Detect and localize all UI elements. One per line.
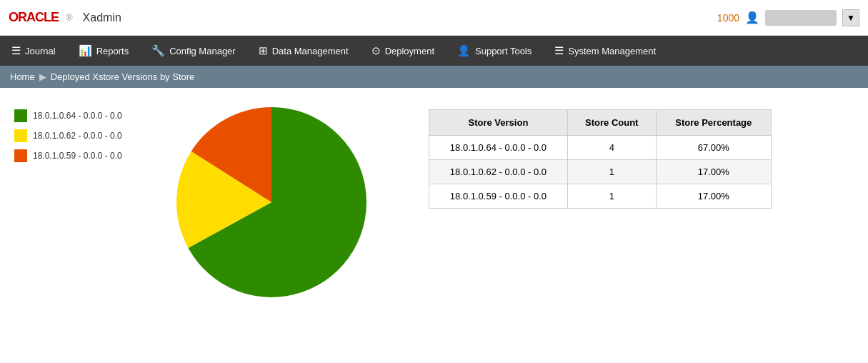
breadcrumb-current: Deployed Xstore Versions by Store bbox=[51, 71, 195, 82]
pie-chart-container bbox=[171, 102, 371, 302]
nav-label-support-tools: Support Tools bbox=[475, 46, 532, 56]
legend-item-2: 18.0.1.0.59 - 0.0.0 - 0.0 bbox=[14, 149, 143, 162]
nav-item-journal[interactable]: ☰ Journal bbox=[0, 36, 67, 66]
table-row: 18.0.1.0.59 - 0.0.0 - 0.0117.00% bbox=[429, 184, 772, 209]
legend-label-0: 18.0.1.0.64 - 0.0.0 - 0.0 bbox=[33, 111, 122, 121]
cell-count-0: 4 bbox=[567, 136, 656, 160]
cell-version-0: 18.0.1.0.64 - 0.0.0 - 0.0 bbox=[429, 136, 568, 160]
nav-item-config-manager[interactable]: 🔧 Config Manager bbox=[140, 36, 247, 66]
legend-color-1 bbox=[14, 129, 27, 142]
legend-color-2 bbox=[14, 149, 27, 162]
nav-item-deployment[interactable]: ⊙ Deployment bbox=[360, 36, 446, 66]
user-name-bar bbox=[765, 10, 837, 26]
nav-item-data-management[interactable]: ⊞ Data Management bbox=[247, 36, 360, 66]
nav-item-reports[interactable]: 📊 Reports bbox=[67, 36, 141, 66]
breadcrumb-home[interactable]: Home bbox=[10, 71, 35, 82]
cell-version-1: 18.0.1.0.62 - 0.0.0 - 0.0 bbox=[429, 160, 568, 184]
nav-item-system-management[interactable]: ☰ System Management bbox=[543, 36, 667, 66]
table-header-row: Store Version Store Count Store Percenta… bbox=[429, 110, 772, 136]
table-body: 18.0.1.0.64 - 0.0.0 - 0.0467.00%18.0.1.0… bbox=[429, 136, 772, 209]
data-table-container: Store Version Store Count Store Percenta… bbox=[429, 102, 772, 302]
journal-icon: ☰ bbox=[11, 44, 21, 57]
nav-label-config-manager: Config Manager bbox=[169, 46, 236, 56]
nav-item-support-tools[interactable]: 👤 Support Tools bbox=[446, 36, 543, 66]
main-content: 18.0.1.0.64 - 0.0.0 - 0.0 18.0.1.0.62 - … bbox=[0, 88, 868, 317]
legend-item-1: 18.0.1.0.62 - 0.0.0 - 0.0 bbox=[14, 129, 143, 142]
system-management-icon: ☰ bbox=[554, 44, 564, 57]
col-store-percentage: Store Percentage bbox=[656, 110, 771, 136]
support-tools-icon: 👤 bbox=[457, 44, 471, 57]
table-row: 18.0.1.0.62 - 0.0.0 - 0.0117.00% bbox=[429, 160, 772, 184]
config-manager-icon: 🔧 bbox=[151, 44, 165, 57]
breadcrumb-separator: ▶ bbox=[39, 71, 46, 82]
user-id: 1000 bbox=[717, 12, 739, 24]
logo-trademark: ® bbox=[66, 12, 73, 23]
col-store-count: Store Count bbox=[567, 110, 656, 136]
cell-count-2: 1 bbox=[567, 184, 656, 209]
reports-icon: 📊 bbox=[79, 44, 92, 57]
app-name: Xadmin bbox=[83, 11, 121, 24]
chart-legend: 18.0.1.0.64 - 0.0.0 - 0.0 18.0.1.0.62 - … bbox=[14, 102, 143, 302]
user-icon: 👤 bbox=[745, 11, 759, 24]
navigation-bar: ☰ Journal 📊 Reports 🔧 Config Manager ⊞ D… bbox=[0, 36, 868, 66]
breadcrumb: Home ▶ Deployed Xstore Versions by Store bbox=[0, 66, 868, 88]
app-header: ORACLE ® Xadmin 1000 👤 ▼ bbox=[0, 0, 868, 36]
oracle-logo: ORACLE bbox=[9, 10, 59, 25]
cell-count-1: 1 bbox=[567, 160, 656, 184]
nav-label-data-management: Data Management bbox=[272, 46, 349, 56]
versions-table: Store Version Store Count Store Percenta… bbox=[429, 109, 772, 209]
legend-color-0 bbox=[14, 109, 27, 122]
cell-percentage-0: 67.00% bbox=[656, 136, 771, 160]
pie-chart bbox=[171, 102, 371, 302]
data-management-icon: ⊞ bbox=[259, 44, 268, 57]
nav-label-deployment: Deployment bbox=[385, 46, 434, 56]
header-dropdown-button[interactable]: ▼ bbox=[842, 9, 859, 26]
cell-percentage-2: 17.00% bbox=[656, 184, 771, 209]
cell-version-2: 18.0.1.0.59 - 0.0.0 - 0.0 bbox=[429, 184, 568, 209]
nav-label-system-management: System Management bbox=[568, 46, 656, 56]
legend-item-0: 18.0.1.0.64 - 0.0.0 - 0.0 bbox=[14, 109, 143, 122]
legend-label-2: 18.0.1.0.59 - 0.0.0 - 0.0 bbox=[33, 151, 122, 161]
header-left: ORACLE ® Xadmin bbox=[9, 10, 121, 25]
col-store-version: Store Version bbox=[429, 110, 568, 136]
deployment-icon: ⊙ bbox=[371, 44, 381, 57]
nav-label-journal: Journal bbox=[25, 46, 56, 56]
cell-percentage-1: 17.00% bbox=[656, 160, 771, 184]
header-right: 1000 👤 ▼ bbox=[717, 9, 859, 26]
nav-label-reports: Reports bbox=[96, 46, 129, 56]
legend-label-1: 18.0.1.0.62 - 0.0.0 - 0.0 bbox=[33, 131, 122, 141]
table-row: 18.0.1.0.64 - 0.0.0 - 0.0467.00% bbox=[429, 136, 772, 160]
